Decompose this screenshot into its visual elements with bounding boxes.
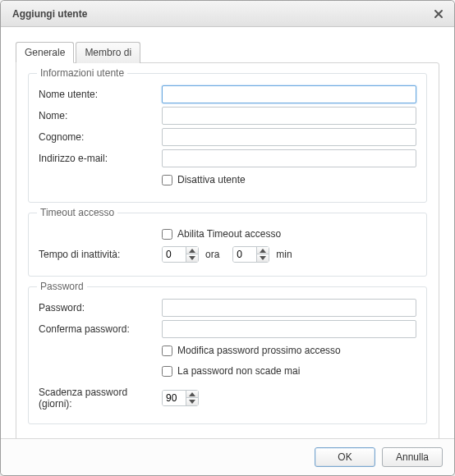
group-password: Password Password: Conferma password: <box>28 286 427 424</box>
disable-user-checkbox[interactable] <box>162 175 172 185</box>
cancel-button[interactable]: Annulla <box>382 447 443 467</box>
firstname-input[interactable] <box>162 107 416 125</box>
tab-bar: Generale Membro di <box>16 42 439 63</box>
idle-minutes-value[interactable] <box>233 247 256 262</box>
idle-hours-unit: ora <box>205 249 219 260</box>
enable-timeout-checkbox[interactable] <box>162 229 172 240</box>
expiry-days-down-icon[interactable] <box>186 398 198 405</box>
idle-minutes-down-icon[interactable] <box>257 254 269 262</box>
lastname-input[interactable] <box>162 128 416 146</box>
username-input[interactable] <box>162 85 416 103</box>
tab-panel-generale: Informazioni utente Nome utente: Nome: C… <box>16 62 439 438</box>
idle-hours-up-icon[interactable] <box>186 247 198 254</box>
confirm-password-input[interactable] <box>162 320 416 338</box>
idle-hours-value[interactable] <box>163 247 186 262</box>
enable-timeout-label: Abilita Timeout accesso <box>177 228 281 240</box>
idle-time-label: Tempo di inattività: <box>39 249 162 260</box>
expiry-days-label: Scadenza password (giorni): <box>39 387 162 410</box>
confirm-password-label: Conferma password: <box>39 323 162 335</box>
idle-hours-stepper[interactable] <box>162 246 199 263</box>
change-next-login-label: Modifica password prossimo accesso <box>177 345 341 356</box>
dialog-window: Aggiungi utente Generale Membro di Infor… <box>0 0 455 476</box>
never-expire-label: La password non scade mai <box>177 365 300 377</box>
lastname-label: Cognome: <box>39 131 162 143</box>
disable-user-label: Disattiva utente <box>177 174 246 185</box>
idle-minutes-up-icon[interactable] <box>257 247 269 254</box>
idle-minutes-stepper[interactable] <box>232 246 269 263</box>
group-user-info: Informazioni utente Nome utente: Nome: C… <box>28 73 427 203</box>
email-input[interactable] <box>162 149 416 167</box>
expiry-days-stepper[interactable] <box>162 390 199 406</box>
expiry-days-up-icon[interactable] <box>186 391 198 398</box>
tab-membro-di[interactable]: Membro di <box>76 42 140 63</box>
group-timeout-legend: Timeout accesso <box>37 207 117 218</box>
group-user-info-legend: Informazioni utente <box>37 67 127 79</box>
password-input[interactable] <box>162 299 416 317</box>
tab-generale[interactable]: Generale <box>16 42 74 63</box>
close-icon[interactable] <box>431 7 446 21</box>
group-timeout: Timeout accesso Abilita Timeout accesso … <box>28 213 427 277</box>
ok-button[interactable]: OK <box>315 447 375 467</box>
dialog-footer: OK Annulla <box>1 438 454 475</box>
email-label: Indirizzo e-mail: <box>39 153 162 164</box>
idle-hours-down-icon[interactable] <box>186 254 198 262</box>
titlebar: Aggiungi utente <box>1 1 454 27</box>
expiry-days-value[interactable] <box>163 391 186 405</box>
window-title: Aggiungi utente <box>12 8 431 20</box>
dialog-body: Generale Membro di Informazioni utente N… <box>1 27 454 438</box>
change-next-login-checkbox[interactable] <box>162 346 172 356</box>
idle-minutes-unit: min <box>276 249 292 260</box>
group-password-legend: Password <box>37 281 87 292</box>
password-label: Password: <box>39 302 162 314</box>
username-label: Nome utente: <box>39 89 162 100</box>
firstname-label: Nome: <box>39 110 162 121</box>
never-expire-checkbox[interactable] <box>162 366 172 377</box>
